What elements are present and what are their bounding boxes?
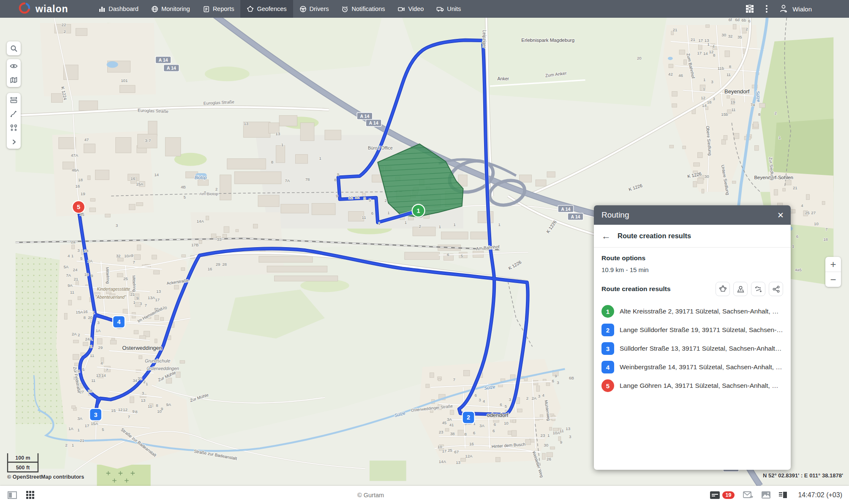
- svg-text:15A: 15A: [136, 182, 144, 186]
- svg-text:2: 2: [65, 443, 67, 447]
- svg-text:3: 3: [140, 301, 142, 306]
- svg-text:2A: 2A: [87, 259, 93, 263]
- zoom-in-button[interactable]: +: [825, 257, 841, 272]
- expand-chevron-icon[interactable]: [7, 135, 21, 149]
- mail-icon[interactable]: [743, 491, 753, 499]
- svg-text:Kindertagesstätte: Kindertagesstätte: [97, 287, 130, 292]
- svg-text:2: 2: [78, 332, 80, 337]
- user-menu[interactable]: Wialon: [779, 4, 812, 14]
- svg-text:8: 8: [758, 112, 760, 117]
- ruler-icon[interactable]: [7, 93, 21, 107]
- route-result-item[interactable]: 3 Sülldorfer Straße 13, 39171 Sülzetal, …: [601, 339, 783, 358]
- route-result-item[interactable]: 1 Alte Kreisstraße 2, 39171 Sülzetal, Sa…: [601, 302, 783, 321]
- svg-text:101: 101: [121, 78, 128, 83]
- svg-text:21: 21: [73, 277, 78, 281]
- app-logo[interactable]: wialon: [0, 0, 92, 18]
- bottom-status-bar: © Gurtam 19 14:47:02 (+03): [0, 486, 849, 504]
- svg-text:14A: 14A: [439, 459, 446, 464]
- nav-video[interactable]: Video: [391, 0, 430, 18]
- svg-text:6: 6: [494, 422, 496, 427]
- nav-notifications[interactable]: Notifications: [335, 0, 391, 18]
- svg-text:11: 11: [560, 428, 564, 433]
- svg-text:A 14: A 14: [571, 214, 580, 219]
- svg-text:6: 6: [796, 234, 798, 239]
- svg-text:15A: 15A: [76, 310, 83, 314]
- svg-text:6: 6: [447, 252, 449, 257]
- route-result-item[interactable]: 2 Lange Sülldorfer Straße 19, 39171 Sülz…: [601, 321, 783, 339]
- eye-icon[interactable]: [7, 59, 21, 73]
- create-geofence-button[interactable]: [716, 282, 730, 296]
- share-icon[interactable]: [769, 282, 783, 296]
- apps-grid-dark-icon[interactable]: [26, 491, 34, 499]
- svg-text:1: 1: [387, 210, 389, 215]
- svg-text:12: 12: [348, 195, 353, 200]
- nav-geofences[interactable]: Geofences: [240, 0, 293, 18]
- close-icon[interactable]: ✕: [777, 211, 784, 219]
- svg-text:1: 1: [792, 244, 794, 248]
- svg-text:3: 3: [557, 380, 559, 385]
- svg-text:2: 2: [90, 344, 92, 349]
- messages-button[interactable]: 19: [710, 491, 735, 499]
- kebab-menu-icon[interactable]: [765, 4, 768, 14]
- alarm-clock-icon: [341, 5, 348, 13]
- svg-text:17: 17: [155, 297, 160, 302]
- nav-monitoring[interactable]: Monitoring: [145, 0, 196, 18]
- svg-text:K 1226: K 1226: [628, 183, 643, 192]
- map-marker-4[interactable]: 4: [113, 316, 125, 329]
- show-on-map-button[interactable]: [733, 282, 748, 296]
- nav-units[interactable]: Units: [430, 0, 467, 18]
- svg-text:45: 45: [442, 420, 446, 425]
- back-arrow-icon[interactable]: ←: [601, 231, 611, 242]
- nearest-units-icon[interactable]: [7, 121, 21, 135]
- video-camera-icon: [397, 5, 405, 13]
- route-result-item[interactable]: 4 Weinbergstraße 14, 39171 Sülzetal, Sac…: [601, 358, 783, 376]
- collapse-panel-icon[interactable]: [8, 491, 17, 499]
- svg-text:21: 21: [691, 37, 695, 42]
- map-marker-5[interactable]: 5: [72, 201, 85, 214]
- svg-text:24: 24: [73, 267, 78, 272]
- user-icon: [779, 4, 788, 14]
- nav-reports[interactable]: Reports: [196, 0, 241, 18]
- svg-text:1: 1: [547, 433, 550, 438]
- svg-text:5: 5: [184, 195, 186, 199]
- search-tool-card: [7, 41, 21, 55]
- svg-text:9: 9: [136, 296, 139, 300]
- zoom-out-button[interactable]: −: [825, 272, 841, 287]
- svg-text:25: 25: [123, 276, 128, 281]
- layout-panel-icon[interactable]: [779, 492, 787, 498]
- routing-subtitle: Route creation results: [618, 232, 691, 240]
- nav-dashboard[interactable]: Dashboard: [92, 0, 145, 18]
- svg-text:5: 5: [80, 256, 82, 261]
- map-marker-3[interactable]: 3: [90, 409, 102, 422]
- svg-text:4a5: 4a5: [795, 267, 802, 272]
- svg-text:2: 2: [419, 224, 421, 229]
- image-icon[interactable]: [762, 491, 770, 499]
- routing-tool-icon[interactable]: [7, 107, 21, 121]
- result-number-badge: 4: [601, 361, 614, 373]
- svg-text:4: 4: [117, 319, 120, 325]
- svg-text:4: 4: [483, 399, 485, 403]
- layers-map-icon[interactable]: [7, 73, 21, 87]
- map-marker-2[interactable]: 2: [463, 411, 475, 425]
- svg-text:11: 11: [148, 404, 152, 409]
- svg-text:18: 18: [707, 100, 712, 104]
- svg-text:10A: 10A: [124, 253, 132, 258]
- route-result-item[interactable]: 5 Lange Göhren 1A, 39171 Sülzetal, Sachs…: [601, 376, 783, 395]
- apps-grid-icon[interactable]: [745, 4, 754, 14]
- nav-drivers[interactable]: Drivers: [293, 0, 335, 18]
- svg-text:26: 26: [547, 457, 551, 461]
- optimize-route-button[interactable]: [751, 282, 765, 296]
- map-marker-1[interactable]: 1: [412, 204, 425, 218]
- svg-text:15b: 15b: [721, 112, 728, 117]
- svg-text:5: 5: [369, 198, 371, 202]
- svg-text:5A: 5A: [63, 264, 68, 269]
- map-canvas[interactable]: A 14A 14A 14A 14A 14A 14A 14A 14 2221014…: [0, 18, 849, 486]
- svg-text:17: 17: [84, 423, 89, 428]
- search-icon[interactable]: [7, 41, 21, 55]
- svg-text:47A: 47A: [71, 153, 79, 158]
- svg-text:1: 1: [281, 142, 283, 147]
- svg-text:Anker: Anker: [497, 76, 509, 81]
- result-address: Alte Kreisstraße 2, 39171 Sülzetal, Sach…: [620, 308, 783, 315]
- svg-text:10: 10: [84, 272, 89, 277]
- svg-text:A 14: A 14: [360, 114, 369, 119]
